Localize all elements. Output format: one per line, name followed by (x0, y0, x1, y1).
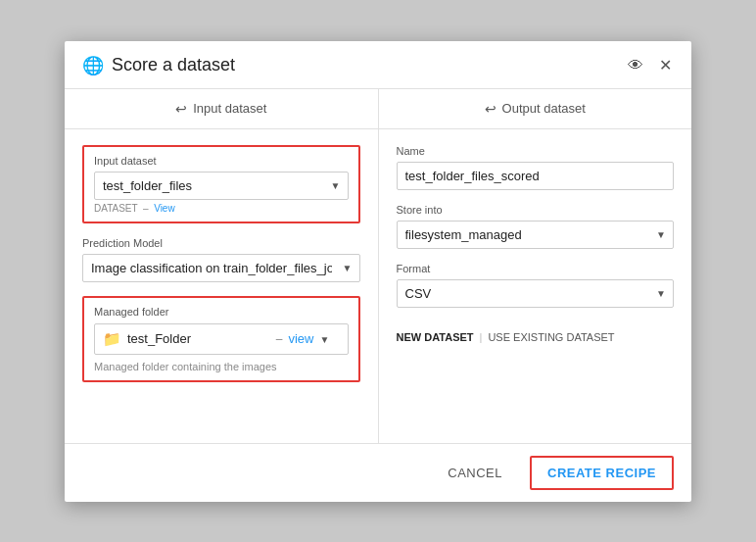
modal-header-icons: 👁 ✕ (626, 56, 674, 75)
input-tab-icon: ↩ (175, 101, 187, 117)
new-dataset-toggle[interactable]: NEW DATASET (397, 331, 474, 343)
toggle-separator: | (480, 331, 483, 343)
tabs-container: ↩ Input dataset ↩ Output dataset (65, 89, 691, 129)
folder-icon: 📁 (103, 330, 121, 348)
name-label: Name (397, 145, 675, 157)
output-tab-label: Output dataset (502, 101, 586, 116)
input-tab-label: Input dataset (193, 101, 266, 116)
output-tab-icon: ↩ (485, 101, 496, 117)
managed-folder-box: Managed folder 📁 test_Folder – view ▼ Ma… (82, 296, 360, 382)
format-select[interactable]: CSV (397, 279, 675, 308)
folder-select-wrapper: ▼ (320, 331, 340, 346)
input-dataset-select-wrapper: test_folder_files ▼ (94, 172, 349, 200)
managed-folder-note: Managed folder containing the images (94, 361, 349, 372)
format-section: Format CSV ▼ (397, 263, 675, 308)
store-into-select-wrapper: filesystem_managed ▼ (397, 221, 675, 249)
modal-title-area: 🌐 Score a dataset (82, 55, 235, 76)
modal-icon: 🌐 (82, 55, 104, 76)
tab-input-dataset[interactable]: ↩ Input dataset (65, 89, 379, 128)
store-into-label: Store into (397, 204, 675, 216)
modal-header: 🌐 Score a dataset 👁 ✕ (65, 41, 691, 89)
modal-body: Input dataset test_folder_files ▼ DATASE… (65, 129, 691, 443)
tab-output-dataset[interactable]: ↩ Output dataset (379, 89, 692, 128)
cancel-button[interactable]: CANCEL (436, 458, 514, 488)
format-select-wrapper: CSV ▼ (397, 279, 675, 308)
name-input[interactable] (397, 162, 675, 190)
store-into-select[interactable]: filesystem_managed (397, 221, 675, 249)
modal-title: Score a dataset (112, 55, 235, 75)
format-label: Format (397, 263, 675, 274)
folder-name: test_Folder (127, 331, 270, 346)
create-recipe-button[interactable]: CREATE RECIPE (530, 456, 674, 490)
dataset-view-link[interactable]: View (154, 203, 175, 214)
left-panel: Input dataset test_folder_files ▼ DATASE… (65, 129, 379, 443)
preview-icon-button[interactable]: 👁 (626, 56, 645, 75)
close-button[interactable]: ✕ (657, 56, 674, 75)
modal-footer: CANCEL CREATE RECIPE (65, 443, 691, 502)
score-dataset-modal: 🌐 Score a dataset 👁 ✕ ↩ Input dataset ↩ … (65, 41, 691, 502)
input-dataset-select[interactable]: test_folder_files (94, 172, 349, 200)
input-dataset-label: Input dataset (94, 155, 349, 167)
input-dataset-box: Input dataset test_folder_files ▼ DATASE… (82, 145, 360, 223)
prediction-model-label: Prediction Model (82, 237, 360, 249)
managed-folder-inner: 📁 test_Folder – view ▼ (94, 323, 349, 355)
right-panel: Name Store into filesystem_managed ▼ For… (379, 129, 692, 443)
use-existing-toggle[interactable]: USE EXISTING DATASET (488, 331, 614, 343)
folder-dash: – (276, 332, 283, 346)
dataset-toggle: NEW DATASET | USE EXISTING DATASET (397, 331, 675, 343)
store-into-section: Store into filesystem_managed ▼ (397, 204, 675, 249)
name-section: Name (397, 145, 675, 190)
prediction-model-select[interactable]: Image classification on train_folder_fil… (82, 254, 360, 282)
prediction-model-select-wrapper: Image classification on train_folder_fil… (82, 254, 360, 282)
dataset-link-row: DATASET – View (94, 203, 349, 214)
managed-folder-label: Managed folder (94, 306, 349, 318)
dataset-prefix: DATASET (94, 203, 137, 214)
prediction-model-section: Prediction Model Image classification on… (82, 237, 360, 282)
folder-view-link[interactable]: view (288, 331, 313, 346)
folder-arrow-icon[interactable]: ▼ (320, 334, 330, 345)
